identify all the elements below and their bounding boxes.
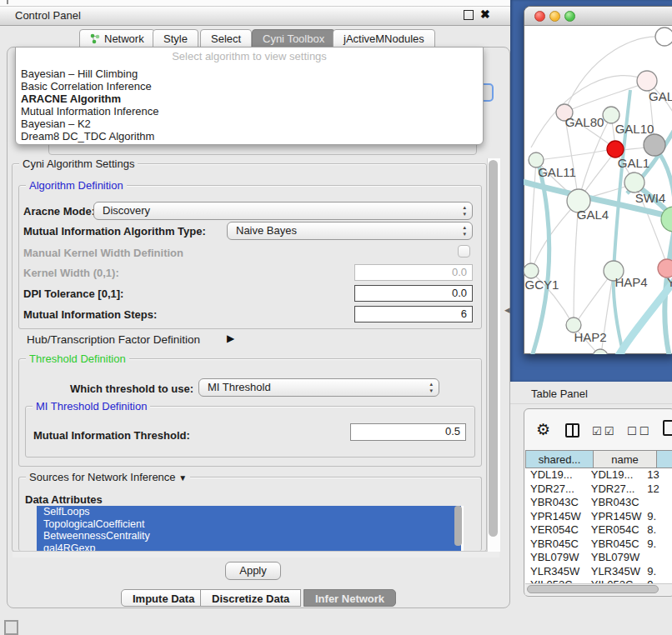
- settings-scrollbar-thumb[interactable]: [489, 160, 498, 537]
- which-threshold-combo[interactable]: MI Threshold ▴▾: [198, 378, 439, 397]
- spinner-arrows-icon: ▴▾: [429, 381, 433, 394]
- mi-threshold-field[interactable]: 0.5: [350, 423, 466, 441]
- tab-infer-network[interactable]: Infer Network: [303, 589, 396, 607]
- top-strip-mark: [7, 0, 8, 4]
- network-node-label: Y: [667, 275, 672, 289]
- cell: [642, 551, 672, 565]
- network-node[interactable]: [624, 172, 644, 192]
- aracne-mode-combo[interactable]: Discovery ▴▾: [93, 202, 473, 220]
- list-item[interactable]: TopologicalCoefficient: [37, 518, 461, 531]
- unchecked-columns-icon[interactable]: ☐☐: [627, 425, 651, 438]
- network-node[interactable]: [655, 28, 672, 46]
- table-row[interactable]: YBL079WYBL079W: [525, 551, 672, 565]
- network-edge[interactable]: [532, 201, 579, 270]
- column-header-name[interactable]: name: [593, 450, 657, 468]
- cell: YBR045C: [525, 538, 586, 552]
- network-edge[interactable]: [531, 76, 647, 148]
- sources-title: Sources for Network Inference ▼: [26, 471, 190, 483]
- gear-icon[interactable]: ⚙: [536, 420, 550, 439]
- tab-cyni-toolbox[interactable]: Cyni Toolbox: [252, 29, 335, 48]
- dropdown-item[interactable]: Bayesian – K2: [21, 118, 91, 130]
- mi-type-combo[interactable]: Naive Bayes ▴▾: [227, 222, 473, 240]
- list-item[interactable]: BetweennessCentrality: [37, 530, 461, 542]
- tab-discretize-data[interactable]: Discretize Data: [200, 589, 301, 607]
- checked-columns-icon[interactable]: ☑☑: [592, 425, 616, 438]
- dropdown-item-selected[interactable]: ARACNE Algorithm: [21, 92, 121, 105]
- list-scrollbar-thumb[interactable]: [454, 506, 462, 546]
- expander-expanded-icon[interactable]: ▼: [178, 473, 187, 482]
- window-zoom-button[interactable]: [564, 11, 575, 22]
- window-minimize-button[interactable]: [549, 11, 560, 22]
- network-node-label: GAL11: [538, 165, 576, 179]
- tab-style[interactable]: Style: [153, 29, 198, 48]
- data-attributes-list[interactable]: SelfLoops TopologicalCoefficient Between…: [37, 506, 464, 552]
- tab-select[interactable]: Select: [200, 29, 252, 48]
- network-node[interactable]: [637, 71, 657, 91]
- column-header-partial[interactable]: [656, 450, 672, 468]
- cell: YER054C: [586, 523, 642, 538]
- aracne-mode-label: Aracne Mode:: [23, 205, 95, 218]
- dock-panel-icon[interactable]: [4, 620, 18, 635]
- tab-jactivemnodules[interactable]: jActiveMNodules: [333, 29, 435, 48]
- network-node[interactable]: [661, 207, 672, 232]
- network-window-titlebar[interactable]: [524, 7, 672, 26]
- table-row[interactable]: YDL19...YDL19...13: [525, 468, 672, 482]
- network-node[interactable]: [644, 134, 665, 156]
- control-panel-title: Control Panel: [15, 9, 81, 22]
- mi-steps-field[interactable]: 6: [354, 306, 473, 322]
- network-node-label: GAL10: [615, 122, 654, 136]
- table-row[interactable]: YER054CYER054C8.: [525, 523, 672, 538]
- algorithm-dropdown: Select algorithm to view settings Bayesi…: [15, 47, 484, 145]
- column-header-shared[interactable]: shared...: [525, 450, 594, 468]
- network-node[interactable]: [607, 141, 624, 158]
- cell: YDR27...: [586, 482, 642, 497]
- network-node[interactable]: [524, 263, 539, 278]
- cell: YER054C: [525, 523, 586, 538]
- dpi-tolerance-label: DPI Tolerance [0,1]:: [23, 288, 123, 300]
- close-panel-icon[interactable]: ✖: [480, 8, 490, 21]
- apply-button[interactable]: Apply: [225, 562, 281, 580]
- network-canvas[interactable]: GALGAL80GAL10GAL1GAL11SWI4GAL4GCY1HAP4YH…: [524, 25, 672, 354]
- columns-icon[interactable]: [565, 423, 579, 438]
- cell: YDR27...: [525, 482, 586, 497]
- data-attributes-label: Data Attributes: [25, 493, 103, 506]
- table-hscrollbar-track[interactable]: [525, 583, 672, 595]
- tab-jactive-label: jActiveMNodules: [344, 32, 424, 45]
- expander-collapsed-icon[interactable]: ▶: [227, 332, 234, 344]
- network-edge[interactable]: [530, 164, 549, 354]
- network-edge[interactable]: [538, 150, 608, 160]
- float-window-icon[interactable]: [464, 10, 474, 20]
- threshold-definition-title: Threshold Definition: [26, 352, 129, 365]
- splitter-collapse-icon[interactable]: ◀: [504, 306, 510, 314]
- network-node-label: GCY1: [525, 278, 559, 292]
- tab-impute-data[interactable]: Impute Data: [121, 589, 206, 607]
- table-row[interactable]: YBR043CYBR043C: [525, 496, 672, 510]
- cell: 13: [642, 468, 672, 482]
- list-item[interactable]: SelfLoops: [37, 506, 461, 518]
- table-row[interactable]: YBR045CYBR045C9.: [525, 538, 672, 552]
- dropdown-item[interactable]: Bayesian – Hill Climbing: [21, 68, 138, 80]
- dropdown-item[interactable]: Mutual Information Inference: [21, 105, 158, 118]
- tab-network[interactable]: Network: [79, 29, 155, 48]
- network-edge[interactable]: [530, 160, 536, 268]
- aracne-mode-value: Discovery: [103, 204, 150, 217]
- top-strip: [0, 0, 510, 6]
- dpi-tolerance-field[interactable]: 0.0: [354, 285, 473, 302]
- dropdown-item[interactable]: Dream8 DC_TDC Algorithm: [21, 130, 154, 142]
- window-close-button[interactable]: [534, 11, 545, 22]
- table-row[interactable]: YDR27...YDR27...12: [525, 482, 672, 497]
- network-edge[interactable]: [579, 117, 611, 201]
- table-hscrollbar-thumb[interactable]: [527, 585, 659, 593]
- table-row[interactable]: YLR345WYLR345W9.: [525, 565, 672, 579]
- document-icon[interactable]: [663, 420, 672, 436]
- dropdown-item[interactable]: Basic Correlation Inference: [21, 80, 152, 92]
- cell: YDL19...: [586, 468, 642, 482]
- hub-definition-expander-label[interactable]: Hub/Transcription Factor Definition: [27, 333, 200, 346]
- table-row[interactable]: YPR145WYPR145W9.: [525, 510, 672, 524]
- cell: 12: [642, 482, 672, 497]
- cell: YPR145W: [525, 510, 586, 524]
- cyni-algorithm-settings-title: Cyni Algorithm Settings: [19, 158, 138, 170]
- network-node[interactable]: [603, 107, 619, 123]
- sources-title-text: Sources for Network Inference: [29, 471, 176, 483]
- kernel-width-field: 0.0: [354, 264, 473, 281]
